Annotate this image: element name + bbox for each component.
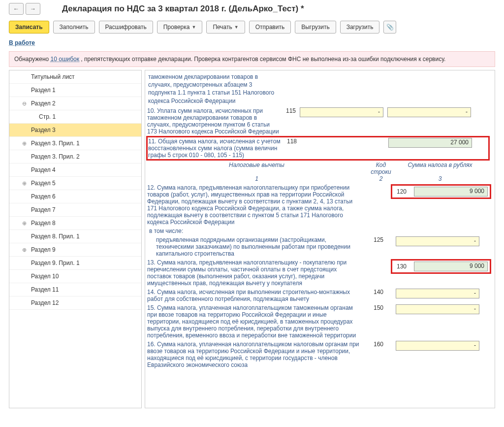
row14-code: 140 bbox=[366, 289, 391, 296]
row16-desc: 16. Сумма налога, уплаченная налогоплате… bbox=[147, 341, 366, 368]
expand-icon[interactable]: ⊕ bbox=[22, 220, 27, 227]
sidebar-item-label: Раздел 3. Прил. 1 bbox=[31, 140, 80, 147]
sidebar-item-7[interactable]: Раздел 4 bbox=[9, 164, 141, 177]
row12-code: 120 bbox=[394, 188, 409, 195]
section-tree[interactable]: Титульный листРаздел 1⊖Раздел 2Стр. 1Раз… bbox=[9, 70, 142, 408]
row11-code: 118 bbox=[281, 138, 301, 145]
sidebar-item-label: Титульный лист bbox=[31, 73, 75, 80]
export-button[interactable]: Выгрузить bbox=[295, 21, 336, 33]
sidebar-item-9[interactable]: Раздел 6 bbox=[9, 190, 141, 203]
sidebar-item-label: Раздел 4 bbox=[31, 166, 56, 173]
form-panel: таможенном декларировании товаров в случ… bbox=[145, 70, 495, 408]
sidebar-item-label: Стр. 1 bbox=[39, 113, 56, 120]
sidebar-item-label: Раздел 11 bbox=[31, 286, 59, 293]
row15-value[interactable]: - bbox=[396, 304, 479, 314]
sidebar-item-label: Раздел 12 bbox=[31, 299, 59, 306]
row13-desc: 13. Сумма налога, предъявленная налогопл… bbox=[147, 259, 366, 287]
expand-icon[interactable]: ⊕ bbox=[22, 140, 27, 147]
row15-desc: 15. Сумма налога, уплаченная налогоплате… bbox=[147, 304, 366, 339]
sidebar-item-6[interactable]: Раздел 3. Прил. 2 bbox=[9, 150, 141, 164]
sidebar-item-label: Раздел 3. Прил. 2 bbox=[31, 153, 80, 160]
colnum-1: 1 bbox=[147, 175, 366, 182]
sidebar-item-label: Раздел 8. Прил. 1 bbox=[31, 233, 80, 240]
colnum-2: 2 bbox=[366, 175, 396, 182]
sidebar-item-label: Раздел 5 bbox=[31, 180, 56, 187]
row15-code: 150 bbox=[366, 304, 391, 311]
sidebar-item-10[interactable]: Раздел 7 bbox=[9, 203, 141, 217]
sidebar-item-4[interactable]: Раздел 3 bbox=[9, 124, 141, 137]
decode-button[interactable]: Расшифровать bbox=[99, 21, 153, 33]
row10-value-a[interactable]: - bbox=[300, 107, 383, 117]
sidebar-item-label: Раздел 7 bbox=[31, 206, 56, 213]
sidebar-item-8[interactable]: ⊕Раздел 5 bbox=[9, 177, 141, 190]
errors-banner: Обнаружено 10 ошибок , препятствующих от… bbox=[9, 51, 495, 67]
check-dropdown[interactable]: Проверка▼ bbox=[157, 21, 203, 33]
chevron-down-icon: ▼ bbox=[234, 25, 239, 30]
sidebar-item-label: Раздел 10 bbox=[31, 273, 59, 280]
row13-code: 130 bbox=[394, 263, 409, 270]
row12a-value[interactable]: - bbox=[396, 236, 479, 246]
chevron-down-icon: ▼ bbox=[191, 25, 196, 30]
print-dropdown[interactable]: Печать▼ bbox=[206, 21, 245, 33]
sidebar-item-1[interactable]: Раздел 1 bbox=[9, 84, 141, 97]
sidebar-item-17[interactable]: Раздел 12 bbox=[9, 296, 141, 310]
sidebar-item-label: Раздел 2 bbox=[31, 100, 56, 107]
row10-code: 115 bbox=[280, 107, 300, 114]
expand-icon[interactable]: ⊕ bbox=[22, 180, 27, 187]
sidebar-item-14[interactable]: Раздел 9. Прил. 1 bbox=[9, 257, 141, 270]
sidebar-item-label: Раздел 9. Прил. 1 bbox=[31, 260, 80, 266]
sidebar-item-label: Раздел 1 bbox=[31, 87, 56, 94]
sidebar-item-3[interactable]: Стр. 1 bbox=[9, 110, 141, 124]
row12-value[interactable]: 9 000 bbox=[414, 187, 488, 197]
nav-back-button[interactable]: ← bbox=[9, 3, 24, 15]
expand-icon[interactable]: ⊕ bbox=[22, 247, 27, 253]
row16-code: 160 bbox=[366, 341, 391, 348]
paperclip-icon: 📎 bbox=[386, 24, 394, 31]
row10-value-b[interactable]: - bbox=[387, 107, 471, 117]
sidebar-item-2[interactable]: ⊖Раздел 2 bbox=[9, 97, 141, 110]
col-header-code: Код строки bbox=[366, 162, 396, 175]
sidebar-item-label: Раздел 8 bbox=[31, 220, 56, 227]
sidebar-item-0[interactable]: Титульный лист bbox=[9, 70, 141, 84]
sidebar-item-12[interactable]: Раздел 8. Прил. 1 bbox=[9, 230, 141, 243]
import-button[interactable]: Загрузить bbox=[340, 21, 380, 33]
attach-button[interactable]: 📎 bbox=[383, 21, 396, 33]
send-button[interactable]: Отправить bbox=[249, 21, 291, 33]
col-header-sum: Сумма налога в рублях bbox=[396, 162, 484, 175]
row14-value[interactable]: - bbox=[396, 289, 479, 298]
nav-forward-button[interactable]: → bbox=[26, 3, 40, 15]
write-button[interactable]: Записать bbox=[9, 21, 49, 33]
colnum-3: 3 bbox=[396, 175, 484, 182]
page-title: Декларация по НДС за 3 квартал 2018 г. (… bbox=[62, 4, 304, 14]
status-link[interactable]: В работе bbox=[9, 39, 35, 46]
row10-desc: 10. Уплата сумм налога, исчисленных при … bbox=[147, 107, 280, 135]
row12a-desc: предъявленная подрядными организациями (… bbox=[147, 236, 366, 257]
deductions-header: Налоговые вычеты bbox=[147, 162, 366, 175]
errors-link[interactable]: 10 ошибок bbox=[51, 56, 79, 63]
sidebar-item-15[interactable]: Раздел 10 bbox=[9, 270, 141, 283]
row13-value[interactable]: 9 000 bbox=[414, 262, 488, 271]
row12-desc: 12. Сумма налога, предъявленная налогопл… bbox=[147, 184, 366, 226]
including-label: в том числе: bbox=[149, 228, 489, 234]
fill-button[interactable]: Заполнить bbox=[53, 21, 95, 33]
sidebar-item-label: Раздел 3 bbox=[31, 127, 56, 133]
row16-value[interactable]: - bbox=[396, 341, 479, 351]
pre-text: таможенном декларировании товаров в случ… bbox=[147, 72, 280, 105]
row11-desc: 11. Общая сумма налога, исчисленная с уч… bbox=[148, 138, 281, 159]
sidebar-item-label: Раздел 9 bbox=[31, 246, 56, 253]
expand-icon[interactable]: ⊖ bbox=[22, 100, 27, 107]
sidebar-item-11[interactable]: ⊕Раздел 8 bbox=[9, 217, 141, 230]
row14-desc: 14. Сумма налога, исчисленная при выполн… bbox=[147, 289, 366, 302]
sidebar-item-5[interactable]: ⊕Раздел 3. Прил. 1 bbox=[9, 137, 141, 150]
sidebar-item-13[interactable]: ⊕Раздел 9 bbox=[9, 243, 141, 257]
sidebar-item-label: Раздел 6 bbox=[31, 193, 56, 200]
sidebar-item-16[interactable]: Раздел 11 bbox=[9, 283, 141, 296]
row11-value[interactable]: 27 000 bbox=[388, 138, 472, 148]
row12a-code: 125 bbox=[366, 236, 391, 243]
